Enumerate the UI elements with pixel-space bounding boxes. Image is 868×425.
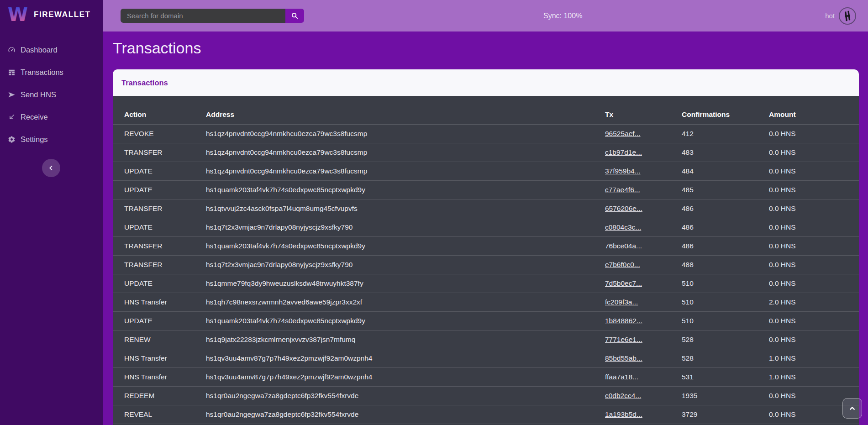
column-header-amount: Amount — [769, 110, 796, 119]
sidebar-item-label: Transactions — [21, 68, 63, 77]
cell-address: hs1quamk203taf4vk7h74s0edxpwc85ncptxwpkd… — [206, 317, 365, 325]
tx-hash-link[interactable]: fc209f3a... — [605, 298, 638, 306]
table-row: REDEEM hs1qr0au2ngegwa7za8gdeptc6fp32fkv… — [113, 387, 859, 405]
cell-action: UPDATE — [124, 167, 153, 175]
cell-address: hs1qh7c98nexsrzwrmnh2avved6awe59jzpr3xx2… — [206, 298, 362, 306]
sidebar-item-label: Dashboard — [21, 46, 58, 54]
table-body: REVOKE hs1qz4pnvdnt0ccg94nmkhcu0ezca79wc… — [113, 125, 859, 424]
page-title: Transactions — [113, 39, 201, 57]
wallet-indicator[interactable]: hot — [825, 0, 856, 31]
table-row: HNS Transfer hs1qv3uu4amv87g7p7h49xez2pm… — [113, 349, 859, 368]
sidebar-item-settings[interactable]: Settings — [0, 128, 103, 151]
cell-action: UPDATE — [124, 279, 153, 288]
table-row: TRANSFER hs1qtvvuj2zc4asck0fspa7l4uqm8um… — [113, 199, 859, 218]
tx-hash-link[interactable]: ffaa7a18... — [605, 373, 638, 381]
cell-action: TRANSFER — [124, 261, 163, 269]
cell-address: hs1qr0au2ngegwa7za8gdeptc6fp32fkv554fxrv… — [206, 410, 358, 419]
cell-confirmations: 531 — [682, 373, 694, 381]
cell-amount: 0.0 HNS — [769, 186, 796, 194]
cell-confirmations: 485 — [682, 186, 694, 194]
table-row: TRANSFER hs1quamk203taf4vk7h74s0edxpwc85… — [113, 237, 859, 256]
cell-amount: 1.0 HNS — [769, 354, 796, 362]
cell-amount: 0.0 HNS — [769, 205, 796, 213]
tx-hash-link[interactable]: 85bd55ab... — [605, 354, 642, 362]
receive-arrow-icon — [8, 113, 16, 121]
table-row: REVEAL hs1qr0au2ngegwa7za8gdeptc6fp32fkv… — [113, 405, 859, 424]
cell-address: hs1qr0au2ngegwa7za8gdeptc6fp32fkv554fxrv… — [206, 392, 358, 400]
transactions-table: Action Address Tx Confirmations Amount R… — [113, 96, 859, 425]
brand-name: FIREWALLET — [34, 10, 91, 19]
tx-hash-link[interactable]: c1b97d1e... — [605, 148, 642, 157]
cell-amount: 0.0 HNS — [769, 148, 796, 157]
brand[interactable]: W FIREWALLET — [0, 0, 103, 29]
cell-confirmations: 486 — [682, 205, 694, 213]
cell-confirmations: 483 — [682, 148, 694, 157]
sidebar-item-label: Settings — [21, 135, 48, 144]
tx-hash-link[interactable]: 7d5b0ec7... — [605, 279, 642, 288]
cell-action: TRANSFER — [124, 242, 163, 250]
tx-hash-link[interactable]: 76bce04a... — [605, 242, 642, 250]
cell-action: UPDATE — [124, 186, 153, 194]
cell-address: hs1qz4pnvdnt0ccg94nmkhcu0ezca79wc3s8fucs… — [206, 148, 367, 157]
cell-address: hs1qv3uu4amv87g7p7h49xez2pmzwjf92am0wzpn… — [206, 373, 373, 381]
tx-hash-link[interactable]: 1a193b5d... — [605, 410, 642, 419]
send-icon — [8, 91, 16, 99]
search-button[interactable] — [285, 9, 304, 23]
cell-amount: 0.0 HNS — [769, 167, 796, 175]
tx-hash-link[interactable]: c77ae4f6... — [605, 186, 640, 194]
cell-action: REVOKE — [124, 130, 154, 138]
table-row: TRANSFER hs1qz4pnvdnt0ccg94nmkhcu0ezca79… — [113, 143, 859, 162]
table-row: HNS Transfer hs1qv3uu4amv87g7p7h49xez2pm… — [113, 368, 859, 387]
tx-hash-link[interactable]: c0db2cc4... — [605, 392, 641, 400]
cell-amount: 0.0 HNS — [769, 392, 796, 400]
cell-amount: 0.0 HNS — [769, 279, 796, 288]
table-row: UPDATE hs1quamk203taf4vk7h74s0edxpwc85nc… — [113, 312, 859, 331]
sidebar-item-transactions[interactable]: Transactions — [0, 61, 103, 84]
sidebar-item-send-hns[interactable]: Send HNS — [0, 84, 103, 106]
cell-address: hs1qv3uu4amv87g7p7h49xez2pmzwjf92am0wzpn… — [206, 354, 373, 362]
topbar: Sync: 100% hot — [103, 0, 868, 31]
column-header-address: Address — [206, 110, 234, 119]
cell-address: hs1quamk203taf4vk7h74s0edxpwc85ncptxwpkd… — [206, 242, 365, 250]
sidebar-collapse-button[interactable] — [42, 159, 60, 177]
cell-address: hs1qz4pnvdnt0ccg94nmkhcu0ezca79wc3s8fucs… — [206, 130, 367, 138]
table-row: RENEW hs1q9jatx22283jzkcmlrnenjxvvzv387j… — [113, 331, 859, 349]
cell-action: RENEW — [124, 336, 151, 344]
svg-text:W: W — [8, 5, 28, 24]
tx-hash-link[interactable]: 37f959b4... — [605, 167, 641, 175]
cell-confirmations: 412 — [682, 130, 694, 138]
cell-action: HNS Transfer — [124, 354, 167, 362]
cell-action: UPDATE — [124, 223, 153, 231]
sidebar-item-label: Receive — [21, 113, 48, 121]
column-header-confirmations: Confirmations — [682, 110, 730, 119]
cell-confirmations: 486 — [682, 242, 694, 250]
tx-hash-link[interactable]: 6576206e... — [605, 205, 642, 213]
tx-hash-link[interactable]: c0804c3c... — [605, 223, 641, 231]
scroll-to-top-button[interactable] — [842, 398, 862, 419]
sidebar-item-label: Send HNS — [21, 90, 56, 99]
column-header-action: Action — [124, 110, 146, 119]
cell-action: TRANSFER — [124, 205, 163, 213]
cell-confirmations: 3729 — [682, 410, 697, 419]
cell-amount: 1.0 HNS — [769, 373, 796, 381]
cell-confirmations: 528 — [682, 354, 694, 362]
table-row: HNS Transfer hs1qh7c98nexsrzwrmnh2avved6… — [113, 293, 859, 312]
cell-address: hs1quamk203taf4vk7h74s0edxpwc85ncptxwpkd… — [206, 186, 365, 194]
sync-status: Sync: 100% — [543, 0, 582, 31]
cell-address: hs1qmme79fq3dy9hweuzuslksdw48trwuyhkt387… — [206, 279, 363, 288]
tx-hash-link[interactable]: 7771e6e1... — [605, 336, 642, 344]
chevron-left-icon — [47, 164, 55, 172]
search-input[interactable] — [121, 9, 285, 23]
sidebar-item-dashboard[interactable]: Dashboard — [0, 39, 103, 61]
cell-action: HNS Transfer — [124, 373, 167, 381]
tx-hash-link[interactable]: 96525aef... — [605, 130, 641, 138]
cell-amount: 0.0 HNS — [769, 336, 796, 344]
search-icon — [291, 12, 299, 20]
dashboard-icon — [8, 46, 16, 54]
sidebar-item-receive[interactable]: Receive — [0, 106, 103, 128]
tx-hash-link[interactable]: e7b6f0c0... — [605, 261, 640, 269]
tx-hash-link[interactable]: 1b848862... — [605, 317, 642, 325]
cell-confirmations: 1935 — [682, 392, 697, 400]
cell-action: HNS Transfer — [124, 298, 167, 306]
cell-confirmations: 484 — [682, 167, 694, 175]
